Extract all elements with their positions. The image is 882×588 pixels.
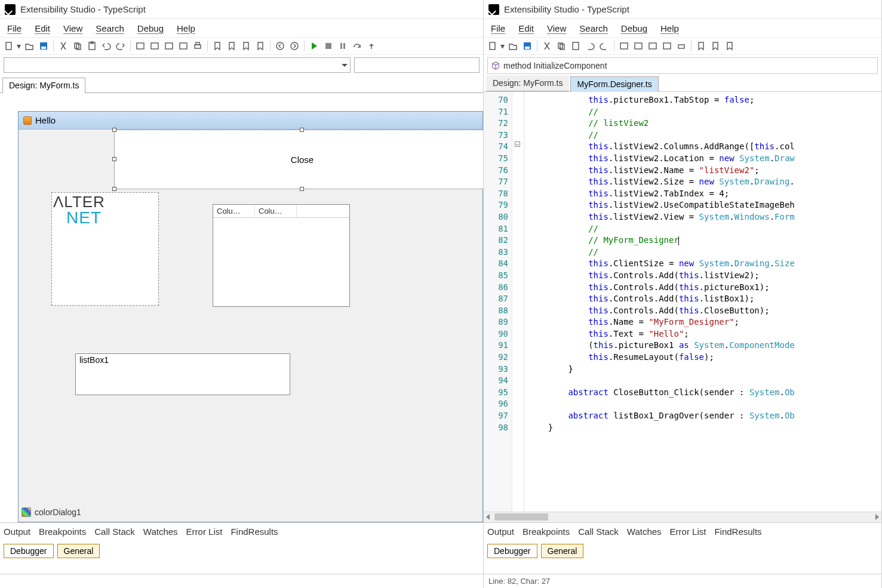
tool-icon[interactable] [162,39,176,53]
bookmark-icon[interactable] [723,39,736,53]
tab-watches[interactable]: Watches [627,527,662,537]
statusbar-right: Line: 82, Char: 27 [484,574,881,588]
combo-class[interactable] [4,57,351,73]
tool-icon[interactable] [134,39,147,53]
tool-icon[interactable] [660,39,674,53]
designer-listview[interactable]: Colu… Colu… [213,204,350,307]
tool-icon[interactable] [632,39,645,53]
window-titlebar-right: Extensibility Studio - TypeScript [484,0,881,19]
tab-errorlist[interactable]: Error List [670,527,706,537]
step-out-icon[interactable] [365,39,378,53]
save-icon[interactable] [521,39,534,53]
print-icon[interactable] [675,39,688,53]
copy-icon[interactable] [555,39,568,53]
code-area[interactable]: this.pictureBox1.TabStop = false; // // … [512,92,881,512]
member-selector[interactable]: method InitializeComponent [487,57,878,74]
alternet-logo: ΛLTER NET [53,194,105,226]
bottom-tabs-right: Output Breakpoints Call Stack Watches Er… [484,522,881,540]
editor-hscrollbar[interactable] [484,512,881,522]
menu-search[interactable]: Search [96,23,124,33]
tab-callstack[interactable]: Call Stack [578,527,619,537]
menu-file[interactable]: File [491,23,505,33]
toggle-debugger[interactable]: Debugger [4,544,54,558]
toggle-debugger[interactable]: Debugger [487,544,537,558]
menu-debug[interactable]: Debug [621,23,647,33]
combo-member[interactable] [354,57,480,73]
svg-rect-9 [165,43,173,49]
redo-icon[interactable] [598,39,611,53]
open-file-icon[interactable] [23,39,36,53]
tool-icon[interactable] [617,39,631,53]
line-gutter: 7071727374757677787980818283848586878889… [484,92,512,512]
pause-icon[interactable] [336,39,349,53]
tab-output[interactable]: Output [4,527,30,537]
toggle-general[interactable]: General [57,544,100,558]
tool-icon[interactable] [646,39,659,53]
bookmark-icon[interactable] [211,39,224,53]
designer-listbox[interactable]: listBox1 [75,353,290,395]
open-file-icon[interactable] [506,39,520,53]
undo-icon[interactable] [100,39,113,53]
tool-icon[interactable] [148,39,161,53]
menu-edit[interactable]: Edit [35,23,50,33]
menu-search[interactable]: Search [579,23,608,33]
code-editor[interactable]: 7071727374757677787980818283848586878889… [484,91,881,512]
paste-icon[interactable] [569,39,582,53]
tab-findresults[interactable]: FindResults [714,527,761,537]
tab-errorlist[interactable]: Error List [186,527,223,537]
design-surface[interactable]: Hello Close ΛLTER NET [0,93,483,522]
bookmark-icon[interactable] [709,39,722,53]
window-title: Extensibility Studio - TypeScript [504,4,629,14]
menu-debug[interactable]: Debug [137,23,164,33]
redo-icon[interactable] [114,39,127,53]
menu-view[interactable]: View [547,23,566,33]
bookmark-icon[interactable] [694,39,708,53]
bookmark-prev-icon[interactable] [225,39,238,53]
new-file-icon[interactable] [2,39,16,53]
menu-edit[interactable]: Edit [518,23,534,33]
tab-callstack[interactable]: Call Stack [94,527,135,537]
designer-picturebox[interactable]: ΛLTER NET [51,192,159,306]
undo-icon[interactable] [583,39,597,53]
toggle-general[interactable]: General [541,544,584,558]
tab-breakpoints[interactable]: Breakpoints [39,527,86,537]
bookmark-clear-icon[interactable] [254,39,267,53]
app-logo-icon [488,4,499,15]
tab-findresults[interactable]: FindResults [231,527,278,537]
tab-breakpoints[interactable]: Breakpoints [523,527,570,537]
cut-icon[interactable] [57,39,70,53]
listbox-text: listBox1 [79,355,109,365]
bookmark-next-icon[interactable] [239,39,253,53]
copy-icon[interactable] [71,39,84,53]
menu-view[interactable]: View [63,23,82,33]
nav-back-icon[interactable] [273,39,287,53]
step-over-icon[interactable] [351,39,364,53]
menu-help[interactable]: Help [660,23,679,33]
cut-icon[interactable] [540,39,554,53]
tab-design-myform[interactable]: Design: MyForm.ts [2,78,85,93]
designer-form[interactable]: Hello Close ΛLTER NET [18,111,483,522]
designer-close-button[interactable]: Close [114,130,483,189]
menu-file[interactable]: File [7,23,21,33]
print-icon[interactable] [191,39,204,53]
tab-code[interactable]: MyForm.Designer.ts [570,76,658,92]
nav-fwd-icon[interactable] [288,39,301,53]
listview-col1[interactable]: Colu… [213,205,255,217]
listview-col2[interactable]: Colu… [255,205,297,217]
svg-rect-12 [196,42,199,45]
tab-design[interactable]: Design: MyForm.ts [486,75,569,91]
toolbar-right: ▾ [484,37,881,55]
save-icon[interactable] [37,39,50,53]
run-icon[interactable] [308,39,321,53]
svg-rect-15 [325,43,331,49]
component-tray[interactable]: colorDialog1 [21,507,81,517]
tab-watches[interactable]: Watches [143,527,178,537]
tool-icon[interactable] [177,39,190,53]
stop-icon[interactable] [322,39,335,53]
paste-icon[interactable] [85,39,99,53]
method-label: method InitializeComponent [503,61,607,70]
new-file-icon[interactable] [486,39,499,53]
tab-output[interactable]: Output [487,527,514,537]
tray-label: colorDialog1 [35,507,81,517]
menu-help[interactable]: Help [177,23,195,33]
